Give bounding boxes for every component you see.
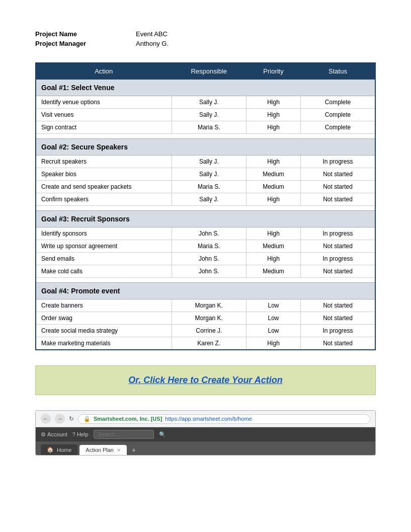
refresh-button[interactable]: ↻ [69, 415, 74, 422]
cell-priority: High [246, 96, 301, 109]
cell-status: In progress [301, 227, 376, 240]
back-button[interactable]: ← [41, 414, 51, 424]
cell-status: Not started [301, 181, 376, 193]
cell-priority: Low [246, 312, 301, 325]
cell-action: Speaker bios [36, 168, 172, 181]
spacer-row [36, 278, 375, 283]
table-row: Sign contractMaria S.HighComplete [36, 121, 375, 134]
goal-row-2: Goal #2: Secure Speakers [36, 139, 375, 156]
cell-action: Create social media strategy [36, 325, 172, 337]
cell-priority: High [246, 109, 301, 121]
cell-priority: Medium [246, 168, 301, 181]
spacer-row [36, 134, 375, 139]
goal-title-2: Goal #2: Secure Speakers [36, 139, 375, 156]
cell-action: Identify venue options [36, 96, 172, 109]
cell-priority: Low [246, 325, 301, 337]
cell-action: Create and send speaker packets [36, 181, 172, 193]
goal-title-1: Goal #1: Select Venue [36, 80, 375, 96]
tab-action-plan[interactable]: Action Plan ✕ [79, 445, 127, 455]
search-input[interactable] [94, 430, 154, 439]
table-row: Confirm speakersSally J.HighNot started [36, 193, 375, 206]
table-row: Order swagMorgan K.LowNot started [36, 312, 375, 325]
goal-row-4: Goal #4: Promote event [36, 283, 375, 299]
project-manager-value: Anthony G. [136, 40, 169, 47]
table-row: Create social media strategyCorrine J.Lo… [36, 325, 375, 337]
goal-row-3: Goal #3: Recruit Sponsors [36, 211, 375, 227]
page-container: Project Name Event ABC Project Manager A… [0, 0, 411, 532]
project-manager-label: Project Manager [35, 40, 136, 47]
cell-status: In progress [301, 325, 376, 337]
table-row: Make marketing materialsKaren Z.HighNot … [36, 337, 375, 350]
cell-priority: High [246, 156, 301, 168]
cell-priority: Medium [246, 265, 301, 278]
cell-status: Not started [301, 168, 376, 181]
browser-toolbar: ⚙ Account ? Help 🔍 [36, 427, 375, 442]
tab-action-plan-label: Action Plan [86, 447, 114, 453]
header-responsible: Responsible [172, 63, 246, 80]
table-row: Recruit speakersSally J.HighIn progress [36, 156, 375, 168]
forward-button[interactable]: → [55, 414, 65, 424]
project-name-row: Project Name Event ABC [35, 30, 376, 38]
cell-priority: High [246, 227, 301, 240]
click-here-section[interactable]: Or, Click Here to Create Your Action [35, 365, 376, 395]
cell-action: Sign contract [36, 121, 172, 134]
cell-responsible: Maria S. [172, 240, 246, 253]
cell-priority: Low [246, 299, 301, 312]
cell-priority: Medium [246, 181, 301, 193]
cell-status: Complete [301, 109, 376, 121]
cell-status: In progress [301, 156, 376, 168]
table-row: Identify sponsorsJohn S.HighIn progress [36, 227, 375, 240]
project-name-label: Project Name [35, 30, 136, 38]
browser-tabs: 🏠 Home Action Plan ✕ + [36, 442, 375, 455]
cell-action: Recruit speakers [36, 156, 172, 168]
header-action: Action [36, 63, 172, 80]
tab-close-icon[interactable]: ✕ [117, 447, 121, 453]
toolbar-help[interactable]: ? Help [72, 431, 89, 437]
goal-title-4: Goal #4: Promote event [36, 283, 375, 299]
table-row: Send emailsJohn S.HighIn progress [36, 253, 375, 265]
spacer-row [36, 206, 375, 211]
search-icon[interactable]: 🔍 [159, 431, 166, 438]
url-bar[interactable]: 🔒 Smartsheet.com, Inc. [US] https://app.… [78, 414, 370, 424]
table-row: Identify venue optionsSally J.HighComple… [36, 96, 375, 109]
cell-responsible: Morgan K. [172, 312, 246, 325]
cell-action: Order swag [36, 312, 172, 325]
project-name-value: Event ABC [136, 30, 168, 38]
browser-mockup: ← → ↻ 🔒 Smartsheet.com, Inc. [US] https:… [35, 410, 376, 455]
cell-responsible: John S. [172, 253, 246, 265]
project-info: Project Name Event ABC Project Manager A… [35, 30, 376, 47]
click-here-link[interactable]: Or, Click Here to Create Your Action [128, 375, 282, 385]
goal-title-3: Goal #3: Recruit Sponsors [36, 211, 375, 227]
table-row: Speaker biosSally J.MediumNot started [36, 168, 375, 181]
cell-responsible: Sally J. [172, 96, 246, 109]
tab-home[interactable]: 🏠 Home [41, 444, 77, 455]
toolbar-account[interactable]: ⚙ Account [41, 431, 67, 438]
cell-action: Write up sponsor agreement [36, 240, 172, 253]
lock-icon: 🔒 [84, 416, 91, 422]
cell-priority: High [246, 193, 301, 206]
cell-responsible: Sally J. [172, 109, 246, 121]
cell-action: Send emails [36, 253, 172, 265]
cell-action: Visit venues [36, 109, 172, 121]
cell-status: Not started [301, 265, 376, 278]
cell-responsible: Sally J. [172, 156, 246, 168]
header-status: Status [301, 63, 376, 80]
cell-action: Confirm speakers [36, 193, 172, 206]
cell-action: Identify sponsors [36, 227, 172, 240]
tab-add-button[interactable]: + [129, 445, 139, 455]
header-priority: Priority [246, 63, 301, 80]
cell-responsible: Sally J. [172, 193, 246, 206]
action-table: Action Responsible Priority Status Goal … [35, 62, 376, 350]
company-name: Smartsheet.com, Inc. [US] [94, 416, 162, 422]
table-row: Make cold callsJohn S.MediumNot started [36, 265, 375, 278]
cell-responsible: John S. [172, 265, 246, 278]
cell-responsible: Sally J. [172, 168, 246, 181]
home-icon: 🏠 [47, 446, 54, 453]
tab-home-label: Home [57, 447, 71, 453]
cell-status: In progress [301, 253, 376, 265]
cell-status: Not started [301, 240, 376, 253]
cell-status: Complete [301, 96, 376, 109]
cell-priority: High [246, 253, 301, 265]
cell-action: Make marketing materials [36, 337, 172, 350]
cell-status: Not started [301, 193, 376, 206]
